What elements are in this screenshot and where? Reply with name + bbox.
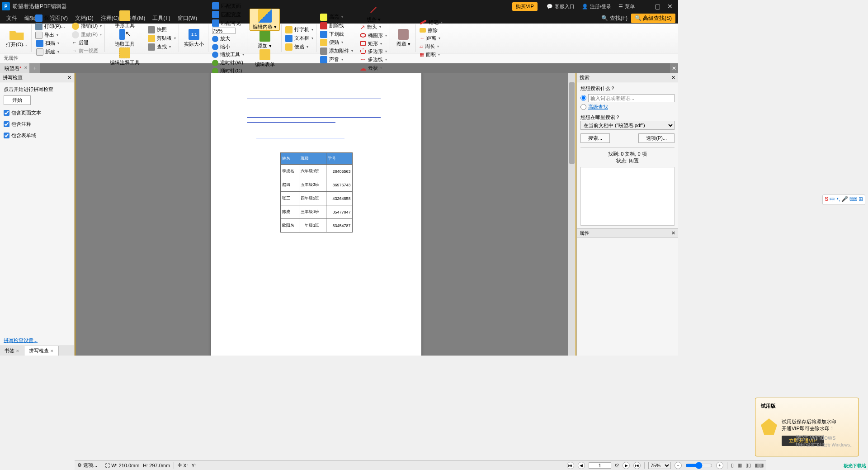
panel-close-button[interactable]: ✕ — [67, 75, 71, 81]
fit-visible-button[interactable]: 匹配可见 — [211, 19, 245, 27]
back-button[interactable]: ←后退 — [71, 39, 103, 47]
select-tool[interactable]: ↖选取工具 — [107, 29, 142, 47]
include-form-checkbox[interactable] — [4, 133, 9, 138]
zoom-tool-button[interactable]: 缩放工具▾ — [211, 51, 245, 58]
arrow-button[interactable]: ↗箭头▾ — [359, 23, 388, 31]
search-button[interactable]: 搜索... — [580, 133, 610, 143]
strikeout-icon — [320, 22, 327, 29]
menu-window[interactable]: 窗口(W) — [174, 14, 201, 22]
search-input[interactable] — [588, 94, 675, 102]
search-text-radio[interactable] — [580, 95, 586, 101]
sound-button[interactable]: 声音▾ — [319, 56, 354, 64]
underline-button[interactable]: 下划线 — [319, 30, 354, 38]
polygon-button[interactable]: 多边形▾ — [359, 47, 388, 55]
tab-close-button[interactable]: ✕ — [24, 65, 28, 70]
bookmark-tab[interactable]: 书签✕ — [0, 346, 24, 356]
spellcheck-start-button[interactable]: 开始 — [4, 95, 31, 105]
close-button[interactable]: ✕ — [664, 3, 676, 10]
document-canvas[interactable]: 姓名班级学号 李成名六年级1班28405563 赵四五年级3班86976743 … — [75, 73, 576, 356]
area-button[interactable]: ▦面积▾ — [418, 51, 444, 58]
buy-vip-button[interactable]: 购买VIP — [512, 2, 538, 11]
polyline-button[interactable]: 〰多边线▾ — [359, 56, 388, 64]
menu-document[interactable]: 文档(D) — [71, 14, 97, 22]
search-options-button[interactable]: 选项(P)... — [638, 133, 675, 143]
tab-close-icon[interactable]: ✕ — [50, 349, 54, 353]
tab-close-icon[interactable]: ✕ — [16, 349, 19, 353]
menu-tools[interactable]: 工具(T) — [149, 14, 174, 22]
vertical-scrollbar[interactable] — [568, 73, 576, 356]
snapshot-button[interactable]: 快照 — [146, 26, 177, 34]
spellcheck-settings-link[interactable]: 拼写检查设置... — [0, 335, 74, 346]
document-tab[interactable]: 盼望着* ✕ — [0, 63, 30, 73]
search-question-1: 您想搜索什么？ — [580, 85, 675, 92]
add-tool[interactable]: 添加 ▾ — [250, 31, 280, 49]
close-all-tabs-button[interactable]: ✕ — [670, 63, 678, 73]
find-button[interactable]: 🔍查找(F) — [598, 14, 631, 22]
advanced-search-radio[interactable] — [580, 104, 586, 110]
note-button[interactable]: 便贴▾ — [284, 43, 315, 51]
edit-form-tool[interactable]: 编辑表单 — [250, 49, 280, 68]
search-scope-select[interactable]: 在当前文档中 ("盼望着.pdf") — [580, 121, 675, 130]
minimize-button[interactable]: — — [638, 3, 651, 10]
hand-tool[interactable]: 手形工具 — [107, 10, 142, 29]
perimeter-button[interactable]: ▱周长▾ — [418, 43, 444, 50]
print-button[interactable]: 打印(P)... — [34, 23, 66, 31]
customer-service-link[interactable]: 💬客服入口 — [547, 3, 575, 10]
find-tool-button[interactable]: 查找▾ — [146, 43, 177, 51]
cloud-button[interactable]: ☁云状▾ — [359, 64, 388, 72]
attach-button[interactable]: 添加附件▾ — [319, 47, 354, 55]
save-button[interactable]: 保存(S)▾ — [34, 14, 66, 22]
edit-form-icon — [259, 49, 270, 60]
include-page-text-checkbox[interactable] — [4, 110, 9, 116]
user-icon: 👤 — [582, 4, 588, 9]
fit-width-button[interactable]: 匹配宽度 — [211, 10, 245, 19]
actual-size-button[interactable]: 1:1实际大小 — [181, 29, 207, 47]
textbox-button[interactable]: 文本框▾ — [284, 34, 315, 43]
zoom-out-button[interactable]: 缩小 — [211, 43, 245, 51]
maximize-button[interactable]: ▢ — [651, 3, 664, 10]
zoom-select[interactable] — [212, 28, 236, 34]
zoom-in-button[interactable]: 放大 — [211, 35, 245, 43]
export-button[interactable]: 导出▾ — [34, 31, 66, 39]
fit-page-button[interactable]: 匹配页面 — [211, 2, 245, 10]
distance-button[interactable]: ↔距离▾ — [418, 34, 444, 42]
new-tab-button[interactable]: + — [30, 63, 40, 73]
edit-content-tool[interactable]: 编辑内容 ▾ — [250, 9, 280, 31]
panel-close-button[interactable]: ✕ — [671, 230, 675, 236]
stamp-tool[interactable]: 图章 ▾ — [392, 29, 414, 47]
search-found-label: 找到: 0 文档, 0 项 — [580, 151, 675, 157]
typewriter-button[interactable]: 打字机▾ — [284, 26, 315, 34]
sticky-note-button[interactable]: 便贴▾ — [319, 38, 354, 47]
panel-close-button[interactable]: ✕ — [671, 75, 675, 81]
scan-button[interactable]: 扫描▾ — [35, 39, 66, 47]
advanced-find-button[interactable]: 🔍高级查找(S) — [631, 14, 675, 23]
login-link[interactable]: 👤注册/登录 — [582, 3, 611, 10]
highlight-button[interactable]: 高亮▾ — [319, 13, 354, 21]
eraser-button[interactable]: 擦除 — [418, 27, 444, 34]
rotate-ccw-button[interactable]: 逆时针(W) — [211, 59, 245, 66]
rect-button[interactable]: 矩形▾ — [359, 40, 388, 47]
redo-button[interactable]: 重做(R)▾ — [71, 31, 103, 39]
menu-file[interactable]: 文件 — [3, 14, 21, 22]
forward-button[interactable]: →前一视图 — [71, 47, 103, 55]
cloud-icon: ☁ — [360, 65, 366, 72]
forward-icon: → — [72, 48, 77, 53]
undo-button[interactable]: 撤销(U)▾ — [71, 22, 103, 30]
line-tool[interactable]: 线条 ▾ — [359, 5, 388, 23]
ellipse-button[interactable]: 椭圆形▾ — [359, 32, 388, 39]
rect-icon — [360, 41, 366, 46]
open-button[interactable]: 打开(O)... — [3, 28, 30, 48]
save-icon — [35, 14, 42, 22]
pencil-button[interactable]: 铅笔▾ — [418, 19, 444, 26]
clipboard-button[interactable]: 剪贴板▾ — [146, 34, 177, 43]
strikeout-button[interactable]: 删除线 — [319, 22, 354, 30]
menu-button[interactable]: ☰菜单 — [618, 3, 635, 10]
page-1: 姓名班级学号 李成名六年级1班28405563 赵四五年级3班86976743 … — [211, 73, 421, 356]
new-button[interactable]: 新建▾ — [35, 48, 66, 56]
include-annot-checkbox[interactable] — [4, 121, 9, 127]
search-panel-title: 搜索 — [580, 74, 590, 81]
advanced-search-link[interactable]: 高级查找 — [588, 104, 608, 110]
edit-annotation-tool[interactable]: 编辑注释工具 — [107, 47, 142, 66]
spellcheck-tab[interactable]: 拼写检查✕ — [24, 346, 59, 356]
spellcheck-instruction: 点击开始进行拼写检查 — [4, 86, 71, 93]
